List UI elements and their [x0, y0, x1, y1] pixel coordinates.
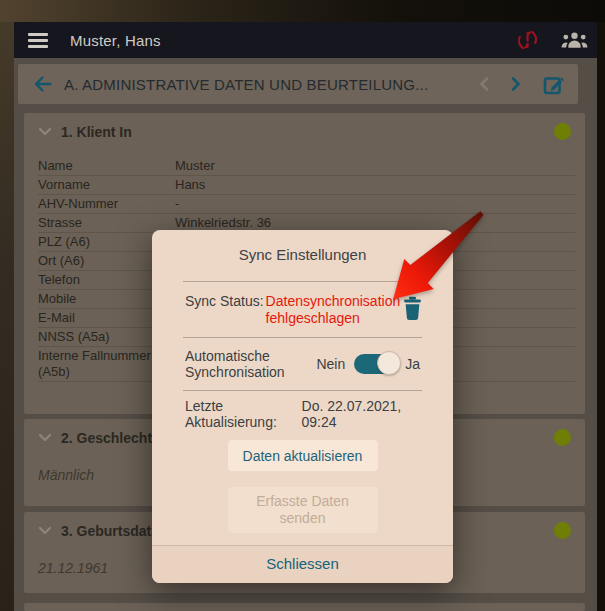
status-dot-green	[554, 522, 571, 539]
back-arrow-icon[interactable]	[32, 74, 52, 94]
section-title: 2. Geschlecht	[61, 430, 152, 446]
chevron-down-icon	[38, 126, 52, 137]
toggle-knob	[377, 351, 401, 375]
sync-error-icon[interactable]	[516, 28, 539, 52]
status-dot-green	[554, 429, 571, 446]
toggle-off-label: Nein	[316, 356, 345, 372]
auto-sync-label: Automatische Synchronisation	[185, 348, 305, 380]
auto-sync-toggle[interactable]	[354, 354, 396, 374]
app-bar-actions	[516, 28, 588, 52]
page-title: A. ADMINISTRATIVE DATEN UND BEURTEILUNG.…	[64, 76, 428, 93]
status-dot-green	[554, 123, 571, 140]
auto-sync-toggle-group: Nein Ja	[316, 354, 422, 374]
toggle-on-label: Ja	[405, 356, 420, 372]
close-modal-button[interactable]: Schliessen	[266, 546, 339, 582]
people-icon[interactable]	[561, 31, 588, 49]
section-toolbar: A. ADMINISTRATIVE DATEN UND BEURTEILUNG.…	[18, 64, 578, 104]
last-update-row: Letzte Aktualisierung: Do. 22.07.2021, 0…	[183, 390, 422, 434]
device-frame-top	[0, 0, 605, 22]
device-frame-left	[0, 22, 14, 611]
table-row: NameMuster	[38, 157, 575, 176]
red-annotation-arrow-icon	[383, 206, 489, 312]
app-screen: Muster, Hans	[0, 0, 605, 611]
table-row: VornameHans	[38, 176, 575, 195]
device-frame-right	[597, 22, 605, 611]
app-bar: Muster, Hans	[14, 22, 597, 58]
menu-icon[interactable]	[28, 33, 48, 48]
sync-status-label: Sync Status:	[185, 293, 264, 309]
modal-footer: Schliessen	[152, 545, 453, 583]
section-title: 1. Klient In	[61, 124, 132, 140]
sync-status-error-text: Datensynchronisation fehlgeschlagen	[266, 293, 402, 327]
send-data-button-disabled[interactable]: Erfasste Daten senden	[228, 487, 378, 533]
chevron-left-icon[interactable]	[478, 76, 490, 92]
modal-buttons: Daten aktualisieren Erfasste Daten sende…	[152, 434, 453, 533]
chevron-right-icon[interactable]	[510, 76, 522, 92]
refresh-data-button[interactable]: Daten aktualisieren	[228, 440, 378, 471]
section-card-partial	[24, 603, 585, 611]
auto-sync-row: Automatische Synchronisation Nein Ja	[183, 337, 422, 390]
chevron-down-icon	[38, 525, 52, 536]
table-row: AHV-Nummer-	[38, 195, 575, 214]
section-header-klient[interactable]: 1. Klient In	[24, 113, 585, 140]
last-update-label: Letzte Aktualisierung:	[185, 398, 302, 434]
edit-icon[interactable]	[542, 73, 565, 96]
last-update-value: Do. 22.07.2021, 09:24	[302, 398, 422, 434]
patient-name-title: Muster, Hans	[70, 32, 161, 49]
chevron-down-icon	[38, 432, 52, 443]
